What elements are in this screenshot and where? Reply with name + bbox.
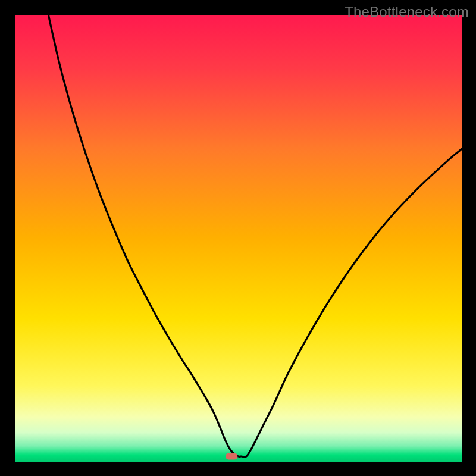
gradient-background [15, 15, 462, 462]
chart-frame: TheBottleneck.com [0, 0, 476, 476]
plot-area-border [15, 15, 462, 462]
minimum-marker [226, 453, 237, 459]
bottleneck-chart [15, 15, 462, 462]
watermark-text: TheBottleneck.com [345, 4, 469, 20]
